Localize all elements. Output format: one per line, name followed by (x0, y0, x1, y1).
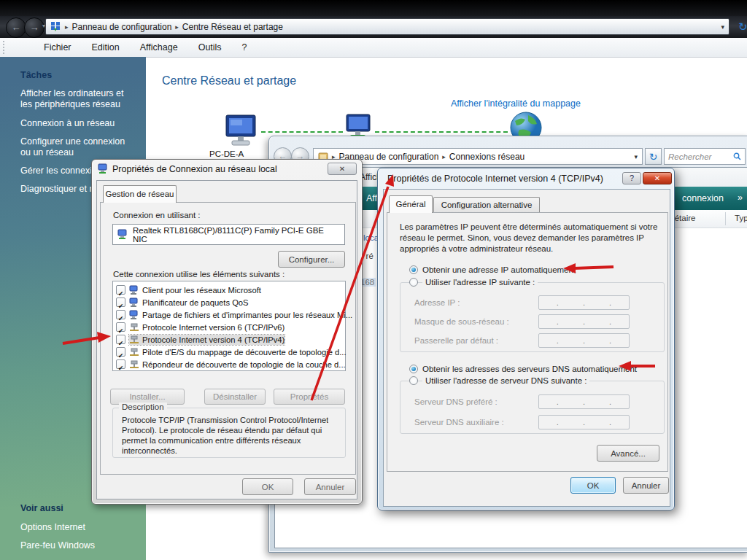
map-connector-line (261, 131, 343, 133)
list-item-label: Planificateur de paquets QoS (142, 298, 249, 307)
file-sharing-icon (129, 310, 139, 320)
components-listbox[interactable]: ✔ Client pour les réseaux Microsoft ✔ Pl… (112, 281, 346, 371)
tab-gestion-de-reseau[interactable]: Gestion de réseau (103, 185, 177, 203)
radio-obtain-ip-auto[interactable] (409, 265, 418, 274)
pc-icon[interactable] (223, 114, 258, 149)
sidebar-footer-header: Voir aussi (20, 503, 63, 513)
checkbox-checked[interactable]: ✔ (116, 359, 125, 369)
address-dropdown-icon[interactable]: ▾ (721, 23, 724, 31)
radio-use-ip[interactable] (409, 278, 418, 287)
pc-label[interactable]: PC-DE-A (209, 149, 244, 158)
ok-button[interactable]: OK (242, 478, 293, 495)
checkbox-checked[interactable]: ✔ (116, 285, 125, 295)
ip-address-field[interactable]: . . . (538, 295, 630, 310)
forward-button[interactable]: → (24, 18, 44, 38)
tab-general[interactable]: Général (389, 195, 433, 213)
configure-button[interactable]: Configurer... (278, 251, 345, 268)
uninstall-button[interactable]: Désinstaller (204, 389, 266, 405)
sidebar-item-options-internet[interactable]: Options Internet (20, 522, 137, 533)
help-button[interactable]: ? (622, 172, 641, 184)
radio-obtain-ip-auto-label[interactable]: Obtenir une adresse IP automatiquement (422, 265, 576, 274)
list-item-repondeur[interactable]: ✔ Répondeur de découverte de topologie d… (116, 358, 345, 370)
list-item-label: Pilote d'E/S du mappage de découverte de… (142, 348, 347, 357)
check-icon: ✔ (118, 365, 124, 372)
checkbox-checked[interactable]: ✔ (116, 335, 125, 344)
list-item-client-microsoft[interactable]: ✔ Client pour les réseaux Microsoft (116, 284, 345, 296)
checkbox-checked[interactable]: ✔ (116, 347, 125, 357)
check-icon: ✔ (118, 290, 124, 298)
search-box[interactable]: Rechercher (664, 148, 746, 165)
radio-use-dns[interactable] (409, 376, 418, 385)
dialog-title: Propriétés de Connexion au réseau local (112, 164, 277, 174)
tab-configuration-alternative[interactable]: Configuration alternative (433, 197, 540, 213)
toolbar-item-connexion[interactable]: connexion (682, 193, 724, 203)
checkbox-checked[interactable]: ✔ (116, 322, 125, 332)
menu-help[interactable]: ? (232, 42, 258, 52)
radio-obtain-dns-auto-label[interactable]: Obtenir les adresses des serveurs DNS au… (422, 365, 637, 373)
menubar-grip (3, 41, 28, 54)
list-item-fragment[interactable]: loca (363, 233, 379, 242)
scheduler-icon (129, 298, 139, 308)
close-button[interactable]: ✕ (328, 163, 357, 175)
description-line: Protocol). Le protocole de réseau étendu… (122, 425, 328, 435)
address-dropdown-icon[interactable]: ▾ (634, 153, 638, 160)
breadcrumb-page[interactable]: Centre Réseau et partage (182, 22, 283, 32)
tab-page: Les paramètres IP peuvent être déterminé… (387, 212, 668, 472)
back-button[interactable]: ← (6, 18, 26, 38)
uses-items-label: Cette connexion utilise les éléments sui… (113, 270, 285, 279)
breadcrumb-page[interactable]: Connexions réseau (449, 152, 525, 162)
toolbar-overflow-chevron-icon[interactable]: » (738, 192, 743, 203)
list-item-tcpipv4-selected[interactable]: ✔ Protocole Internet version 4 (TCP/IPv4… (116, 333, 345, 346)
client-icon (129, 285, 139, 295)
breadcrumb-root[interactable]: Panneau de configuration (72, 22, 172, 32)
preferred-dns-field[interactable]: . . . (538, 394, 630, 409)
column-separator[interactable] (725, 212, 726, 225)
radio-obtain-dns-auto[interactable] (409, 365, 418, 373)
default-gateway-field[interactable]: . . . (538, 333, 630, 348)
protocol-icon (129, 335, 139, 345)
protocol-icon (129, 322, 139, 332)
back-icon: ← (12, 22, 21, 33)
menu-affichage[interactable]: Affichage (130, 42, 188, 52)
cancel-button[interactable]: Annuler (623, 477, 669, 494)
sidebar-item-connexion-reseau[interactable]: Connexion à un réseau (20, 118, 137, 129)
ok-button[interactable]: OK (570, 477, 616, 494)
close-icon: ✕ (654, 174, 660, 182)
full-map-link[interactable]: Afficher l'intégralité du mappage (451, 98, 581, 109)
alternate-dns-field[interactable]: . . . (538, 415, 630, 429)
list-item-tcpipv6[interactable]: ✔ Protocole Internet version 6 (TCP/IPv6… (116, 321, 345, 333)
sidebar-header: Tâches (20, 70, 52, 80)
checkbox-checked[interactable]: ✔ (116, 310, 125, 319)
advanced-button[interactable]: Avancé... (597, 445, 659, 462)
check-icon: ✔ (118, 315, 124, 322)
intro-line: Les paramètres IP peuvent être déterminé… (400, 222, 657, 233)
refresh-button[interactable]: ↻ (645, 148, 662, 165)
menu-outils[interactable]: Outils (188, 42, 232, 52)
search-placeholder: Rechercher (668, 152, 733, 161)
sidebar-item-afficher-ordinateurs[interactable]: Afficher les ordinateurs et les périphér… (20, 88, 137, 111)
checkbox-checked[interactable]: ✔ (116, 298, 125, 307)
menu-edition[interactable]: Edition (82, 42, 130, 52)
radio-use-dns-label[interactable]: Utiliser l'adresse de serveur DNS suivan… (422, 376, 589, 385)
sidebar-item-parefeu-windows[interactable]: Pare-feu Windows (20, 540, 137, 551)
properties-button[interactable]: Propriétés (274, 389, 345, 405)
sidebar-item-configurer-connexion[interactable]: Configurer une connexion ou un réseau (20, 136, 137, 159)
nic-icon (117, 229, 128, 240)
page-title: Centre Réseau et partage (162, 74, 296, 88)
menu-fichier[interactable]: Fichier (34, 42, 82, 52)
main-address-bar[interactable]: ▸ Panneau de configuration ▸ Centre Rése… (45, 18, 729, 35)
refresh-icon: ↻ (649, 151, 658, 163)
close-button[interactable]: ✕ (643, 172, 672, 184)
list-item-pilote-es[interactable]: ✔ Pilote d'E/S du mappage de découverte … (116, 346, 345, 358)
refresh-icon[interactable]: ↻ (738, 18, 747, 35)
column-type[interactable]: Type (735, 214, 747, 222)
list-item-partage-fichiers[interactable]: ✔ Partage de fichiers et d'imprimantes p… (116, 308, 345, 321)
list-item-label: Partage de fichiers et d'imprimantes pou… (142, 311, 352, 319)
dialog-tcpipv4-proprietes: Propriétés de Protocole Internet version… (377, 168, 675, 510)
list-item-qos[interactable]: ✔ Planificateur de paquets QoS (116, 296, 345, 308)
adapter-name: Realtek RTL8168C(P)/8111C(P) Family PCI-… (133, 226, 340, 244)
subnet-mask-field[interactable]: . . . (538, 314, 630, 329)
radio-use-ip-label[interactable]: Utiliser l'adresse IP suivante : (422, 278, 538, 287)
cancel-button[interactable]: Annuler (304, 478, 356, 495)
dialog-body: Général Configuration alternative Les pa… (383, 189, 670, 507)
